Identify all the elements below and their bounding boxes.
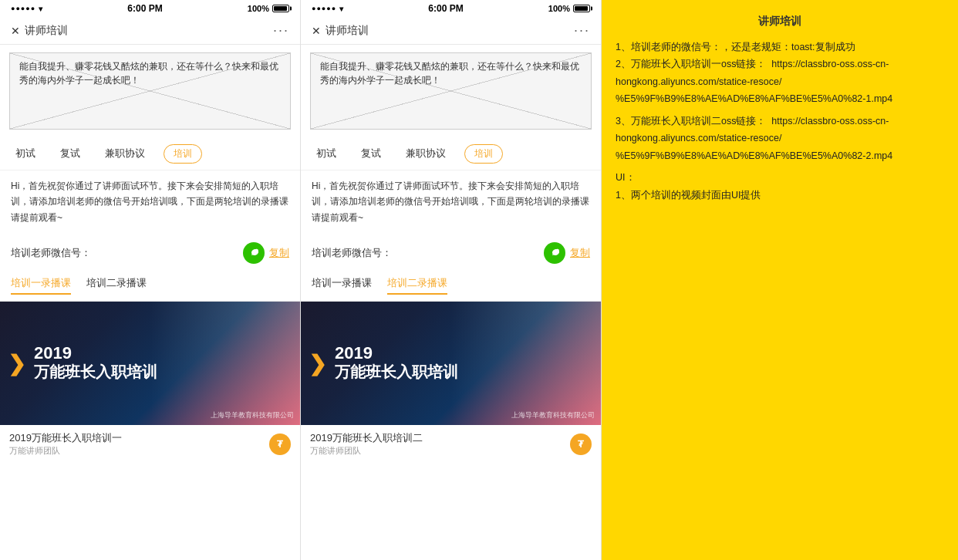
nav-bar-2: ✕ 讲师培训 ··· — [301, 17, 601, 45]
video-thumbnail-2: ❯ 2019 万能班长入职培训 上海导羊教育科技有限公司 — [301, 302, 601, 425]
video-info-2: 2019万能班长入职培训二 万能讲师团队 ₮ — [301, 425, 601, 460]
status-right-1: 100% — [248, 4, 289, 13]
svg-point-3 — [555, 251, 556, 253]
status-bar-1: ●●●●● ▾ 6:00 PM 100% — [0, 0, 300, 17]
nav-title-1: 讲师培训 — [25, 24, 68, 38]
nav-bar-1: ✕ 讲师培训 ··· — [0, 17, 300, 45]
note-panel: 讲师培训 1、培训老师的微信号：，还是老规矩：toast:复制成功 2、万能班长… — [602, 0, 958, 560]
tab-jianzhi-2[interactable]: 兼职协议 — [400, 143, 452, 164]
tab-jianzhi-1[interactable]: 兼职协议 — [99, 143, 151, 164]
svg-point-2 — [257, 251, 258, 253]
tab-chushi-1[interactable]: 初试 — [9, 143, 42, 164]
svg-point-0 — [254, 251, 255, 253]
battery-percent-1: 100% — [248, 4, 269, 13]
copy-button-1[interactable]: 复制 — [269, 246, 289, 260]
sub-tab-video1-1[interactable]: 培训一录播课 — [11, 276, 71, 295]
wifi-icon-1: ▾ — [39, 5, 42, 13]
tabs-row-2: 初试 复试 兼职协议 培训 — [301, 137, 601, 170]
video-arrow-1: ❯ — [8, 351, 25, 376]
wechat-row-2: 培训老师微信号： 复制 — [301, 236, 601, 270]
wechat-icon-2[interactable] — [544, 242, 565, 264]
video-thumbnail-1: ❯ 2019 万能班长入职培训 上海导羊教育科技有限公司 — [0, 302, 300, 425]
wechat-copy-2: 复制 — [544, 242, 590, 264]
banner-2: 能自我提升、赚零花钱又酷炫的兼职，还在等什么？快来和最优秀的海内外学子一起成长吧… — [310, 52, 592, 130]
video-card-1[interactable]: ❯ 2019 万能班长入职培训 上海导羊教育科技有限公司 2019万能班长入职培… — [0, 302, 300, 560]
sub-tab-video2-1[interactable]: 培训二录播课 — [86, 276, 147, 295]
note-content: 1、培训老师的微信号：，还是老规矩：toast:复制成功 2、万能班长入职培训一… — [616, 39, 944, 204]
battery-bar-1 — [272, 5, 289, 12]
nav-title-2: 讲师培训 — [326, 24, 369, 38]
tab-peixun-1[interactable]: 培训 — [164, 144, 202, 164]
video-name-2: 2019万能班长入职培训二 — [310, 431, 423, 445]
tab-fushi-1[interactable]: 复试 — [54, 143, 86, 164]
wechat-label-2: 培训老师微信号： — [312, 246, 392, 260]
status-left-1: ●●●●● ▾ — [11, 5, 42, 13]
video-team-2: 万能讲师团队 — [310, 445, 423, 457]
signal-dots-2: ●●●●● — [312, 5, 336, 12]
battery-bar-2 — [573, 5, 590, 12]
content-text-2: Hi，首先祝贺你通过了讲师面试环节。接下来会安排简短的入职培训，请添加培训老师的… — [301, 170, 601, 233]
tab-fushi-2[interactable]: 复试 — [355, 143, 387, 164]
wechat-icon-1[interactable] — [243, 242, 265, 264]
video-arrow-2: ❯ — [309, 351, 326, 376]
svg-point-1 — [255, 251, 257, 253]
tabs-row-1: 初试 复试 兼职协议 培训 — [0, 137, 300, 170]
copy-button-2[interactable]: 复制 — [570, 246, 590, 260]
more-button-1[interactable]: ··· — [273, 22, 289, 39]
sub-tab-video2-2[interactable]: 培训二录播课 — [387, 276, 447, 295]
phone-screen-2: ●●●●● ▾ 6:00 PM 100% ✕ 讲师培训 ··· 能自我提升、赚零… — [301, 0, 602, 560]
note-line-1: 1、培训老师的微信号：，还是老规矩：toast:复制成功 — [616, 39, 944, 56]
phone-screen-1: ●●●●● ▾ 6:00 PM 100% ✕ 讲师培训 ··· 能自我提升、赚零… — [0, 0, 301, 560]
svg-point-5 — [558, 251, 559, 253]
video-card-2[interactable]: ❯ 2019 万能班长入职培训 上海导羊教育科技有限公司 2019万能班长入职培… — [301, 302, 601, 560]
note-line-5: 1、两个培训的视频封面由UI提供 — [616, 187, 944, 204]
video-info-1: 2019万能班长入职培训一 万能讲师团队 ₮ — [0, 425, 300, 460]
note-line-2: 2、万能班长入职培训一oss链接： https://classbro-oss.o… — [616, 56, 944, 108]
signal-dots-1: ●●●●● — [11, 5, 35, 12]
status-bar-2: ●●●●● ▾ 6:00 PM 100% — [301, 0, 601, 17]
wechat-copy-1: 复制 — [243, 242, 289, 264]
time-2: 6:00 PM — [428, 3, 463, 14]
time-1: 6:00 PM — [127, 3, 162, 14]
more-button-2[interactable]: ··· — [574, 22, 590, 39]
status-right-2: 100% — [548, 4, 590, 13]
banner-text-2: 能自我提升、赚零花钱又酷炫的兼职，还在等什么？快来和最优秀的海内外学子一起成长吧… — [311, 53, 591, 94]
tab-chushi-2[interactable]: 初试 — [310, 143, 342, 164]
video-company-1: 上海导羊教育科技有限公司 — [211, 410, 294, 420]
status-left-2: ●●●●● ▾ — [312, 5, 343, 13]
wechat-row-1: 培训老师微信号： 复制 — [0, 236, 300, 270]
video-company-2: 上海导羊教育科技有限公司 — [511, 410, 595, 420]
svg-point-4 — [556, 251, 558, 253]
note-line-3: 3、万能班长入职培训二oss链接： https://classbro-oss.o… — [616, 113, 944, 165]
content-text-1: Hi，首先祝贺你通过了讲师面试环节。接下来会安排简短的入职培训，请添加培训老师的… — [0, 170, 300, 233]
sub-tab-video1-2[interactable]: 培训一录播课 — [312, 276, 372, 295]
video-avatar-1: ₮ — [269, 433, 291, 455]
banner-text-1: 能自我提升、赚零花钱又酷炫的兼职，还在等什么？快来和最优秀的海内外学子一起成长吧… — [10, 53, 290, 94]
wechat-label-1: 培训老师微信号： — [11, 246, 91, 260]
close-button-2[interactable]: ✕ 讲师培训 — [312, 24, 369, 38]
battery-percent-2: 100% — [548, 4, 570, 13]
tab-peixun-2[interactable]: 培训 — [464, 144, 503, 164]
sub-tabs-2: 培训一录播课 培训二录播课 — [301, 270, 601, 302]
video-team-1: 万能讲师团队 — [9, 445, 122, 457]
wifi-icon-2: ▾ — [339, 5, 343, 13]
close-button-1[interactable]: ✕ 讲师培训 — [11, 24, 68, 38]
note-title: 讲师培训 — [616, 12, 944, 31]
video-avatar-2: ₮ — [570, 433, 592, 455]
banner-1: 能自我提升、赚零花钱又酷炫的兼职，还在等什么？快来和最优秀的海内外学子一起成长吧… — [9, 52, 291, 130]
note-line-4: UI： — [616, 169, 944, 187]
sub-tabs-1: 培训一录播课 培训二录播课 — [0, 270, 300, 302]
video-name-1: 2019万能班长入职培训一 — [9, 431, 122, 445]
